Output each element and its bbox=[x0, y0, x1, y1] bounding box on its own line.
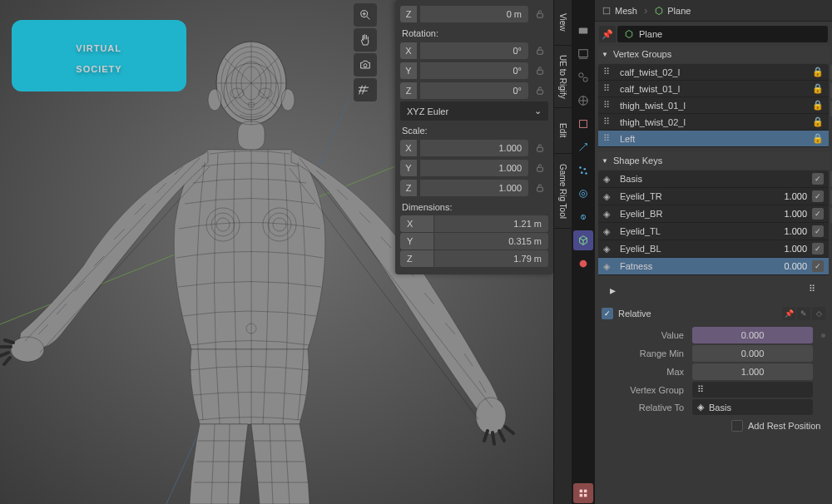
svg-point-59 bbox=[580, 260, 587, 268]
texture-props-icon[interactable] bbox=[573, 483, 593, 503]
mute-checkbox[interactable]: ✓ bbox=[812, 208, 824, 220]
mute-checkbox[interactable]: ✓ bbox=[812, 173, 824, 185]
tab-game-rig-tool[interactable]: Game Rig Tool bbox=[554, 154, 572, 229]
pan-tool[interactable] bbox=[354, 28, 377, 52]
list-item[interactable]: ⠿thigh_twist_01_l🔒 bbox=[598, 97, 829, 114]
lock-icon[interactable]: 🔒 bbox=[812, 100, 824, 111]
list-item[interactable]: ◈Eyelid_BR1.000✓ bbox=[598, 205, 829, 223]
rot-y[interactable]: 0° bbox=[420, 62, 528, 79]
modifier-props-icon[interactable] bbox=[573, 137, 593, 157]
lock-icon[interactable] bbox=[532, 62, 548, 80]
scene-props-icon[interactable] bbox=[573, 67, 593, 87]
object-name-input[interactable]: Plane bbox=[617, 26, 828, 42]
shapekey-value[interactable]: 0.000 bbox=[692, 327, 813, 343]
keyframe-icon[interactable] bbox=[821, 334, 825, 338]
tab-ue-rigify[interactable]: UE to Rigify bbox=[554, 46, 572, 108]
viewport-3d[interactable]: VIRTUALSOCIETY Z 0 m Rotation: X0° Y0° Z… bbox=[0, 0, 553, 504]
play-icon[interactable]: ▸ bbox=[610, 284, 616, 297]
tab-view[interactable]: View bbox=[554, 0, 572, 46]
mute-checkbox[interactable]: ✓ bbox=[812, 225, 824, 237]
scale-y[interactable]: 1.000 bbox=[420, 160, 528, 176]
list-item[interactable]: ◈Eyelid_TL1.000✓ bbox=[598, 223, 829, 240]
lock-icon[interactable]: 🔒 bbox=[812, 116, 824, 127]
range-min[interactable]: 0.000 bbox=[692, 345, 813, 362]
relative-to-dropdown[interactable]: ◈Basis bbox=[692, 399, 813, 415]
vertex-groups-list: ⠿calf_twist_02_l🔒 ⠿calf_twist_01_l🔒 ⠿thi… bbox=[598, 64, 829, 147]
list-item[interactable]: ◈Eyelid_BL1.000✓ bbox=[598, 240, 829, 258]
dimensions-label: Dimensions: bbox=[402, 202, 548, 212]
grip-icon[interactable]: ⠿ bbox=[809, 284, 817, 297]
svg-rect-63 bbox=[584, 494, 587, 497]
breadcrumb-mesh[interactable]: Mesh bbox=[602, 6, 637, 16]
material-props-icon[interactable] bbox=[573, 254, 593, 274]
loc-z-label: Z bbox=[400, 6, 417, 22]
lock-icon[interactable] bbox=[532, 159, 548, 177]
svg-point-8 bbox=[11, 337, 44, 362]
rot-x[interactable]: 0° bbox=[420, 42, 528, 59]
mesh-icon bbox=[602, 6, 612, 16]
animate-icon[interactable]: ◇ bbox=[812, 307, 825, 320]
svg-rect-45 bbox=[537, 167, 543, 171]
rot-z[interactable]: 0° bbox=[420, 82, 528, 99]
tab-edit[interactable]: Edit bbox=[554, 108, 572, 154]
lock-icon[interactable]: 🔒 bbox=[812, 133, 824, 144]
scale-x[interactable]: 1.000 bbox=[420, 140, 528, 156]
transform-panel: Z 0 m Rotation: X0° Y0° Z0° XYZ Euler⌄ S… bbox=[395, 0, 553, 274]
list-item[interactable]: ⠿calf_twist_02_l🔒 bbox=[598, 64, 829, 81]
lock-icon[interactable]: 🔒 bbox=[812, 83, 824, 94]
dim-x[interactable]: 1.21 m bbox=[434, 215, 548, 232]
vertex-group-dropdown[interactable]: ⠿ bbox=[692, 382, 813, 398]
grid-tool[interactable] bbox=[354, 78, 377, 101]
relative-label: Relative bbox=[618, 309, 651, 319]
svg-rect-46 bbox=[537, 187, 543, 191]
mute-checkbox[interactable]: ✓ bbox=[812, 243, 824, 254]
lock-icon[interactable] bbox=[532, 42, 548, 60]
svg-rect-47 bbox=[579, 28, 588, 34]
loc-z-value[interactable]: 0 m bbox=[420, 6, 528, 22]
add-rest-checkbox[interactable] bbox=[731, 420, 743, 432]
rotation-mode-dropdown[interactable]: XYZ Euler⌄ bbox=[400, 101, 548, 121]
list-item[interactable]: ◈Eyelid_TR1.000✓ bbox=[598, 188, 829, 205]
svg-rect-43 bbox=[537, 90, 543, 94]
pin-icon[interactable]: 📌 bbox=[599, 26, 616, 42]
list-item[interactable]: ⠿Left🔒 bbox=[598, 131, 829, 147]
mesh-data-icon bbox=[624, 29, 634, 39]
shapekey-icon: ◈ bbox=[603, 174, 615, 185]
shapekey-icon: ◈ bbox=[697, 402, 704, 413]
lock-icon[interactable] bbox=[532, 179, 548, 197]
scale-z[interactable]: 1.000 bbox=[420, 180, 528, 196]
range-max[interactable]: 1.000 bbox=[692, 363, 813, 380]
camera-tool[interactable] bbox=[354, 53, 377, 77]
zoom-tool[interactable] bbox=[354, 3, 377, 27]
svg-point-50 bbox=[583, 77, 587, 82]
properties-tabs bbox=[572, 0, 595, 504]
list-footer: ▸⠿ bbox=[597, 280, 830, 300]
vertex-groups-header[interactable]: ▼ Vertex Groups bbox=[597, 46, 830, 62]
breadcrumb-plane[interactable]: Plane bbox=[654, 6, 691, 16]
lock-icon[interactable] bbox=[532, 139, 548, 157]
pin-icon[interactable]: 📌 bbox=[782, 307, 795, 320]
relative-checkbox[interactable]: ✓ bbox=[602, 308, 613, 319]
physics-props-icon[interactable] bbox=[573, 184, 593, 204]
render-props-icon[interactable] bbox=[573, 21, 593, 41]
list-item[interactable]: ⠿calf_twist_01_l🔒 bbox=[598, 81, 829, 97]
list-item[interactable]: ◈Fatness0.000✓ bbox=[598, 258, 829, 275]
list-item[interactable]: ◈Basis✓ bbox=[598, 170, 829, 188]
world-props-icon[interactable] bbox=[573, 91, 593, 111]
dim-z[interactable]: 1.79 m bbox=[434, 250, 548, 267]
constraint-props-icon[interactable] bbox=[573, 207, 593, 227]
shape-keys-header[interactable]: ▼ Shape Keys bbox=[597, 152, 830, 169]
dim-y[interactable]: 0.315 m bbox=[434, 233, 548, 250]
mute-checkbox[interactable]: ✓ bbox=[812, 190, 824, 202]
object-props-icon[interactable] bbox=[573, 114, 593, 134]
edit-mode-icon[interactable]: ✎ bbox=[797, 307, 810, 320]
output-props-icon[interactable] bbox=[573, 44, 593, 64]
list-item[interactable]: ⠿thigh_twist_02_l🔒 bbox=[598, 114, 829, 131]
lock-icon[interactable]: 🔒 bbox=[812, 67, 824, 77]
mute-checkbox[interactable]: ✓ bbox=[812, 260, 824, 272]
particle-props-icon[interactable] bbox=[573, 161, 593, 180]
lock-icon[interactable] bbox=[532, 5, 548, 23]
mesh-data-props-icon[interactable] bbox=[573, 230, 593, 250]
lock-icon[interactable] bbox=[532, 82, 548, 100]
svg-point-6 bbox=[281, 89, 295, 111]
